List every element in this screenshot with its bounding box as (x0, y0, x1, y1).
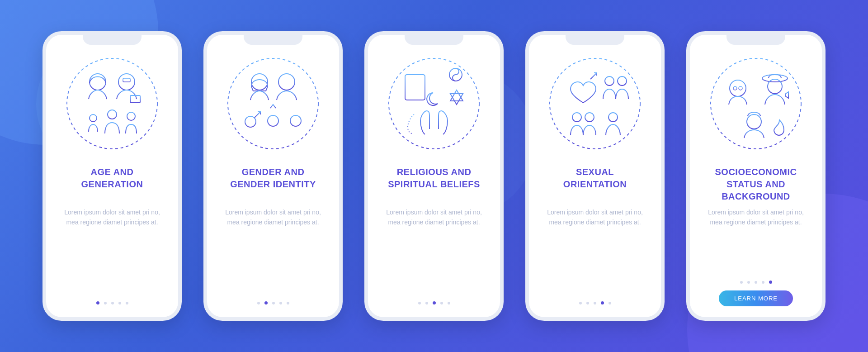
dot-5[interactable] (287, 302, 289, 304)
screen-title: AGE AND GENERATION (79, 166, 146, 204)
dot-2[interactable] (264, 301, 268, 304)
phone-notch (726, 34, 785, 45)
screen-title: GENDER AND GENDER IDENTITY (227, 166, 319, 204)
svg-point-12 (245, 116, 256, 127)
svg-point-42 (762, 75, 788, 82)
svg-point-40 (733, 86, 737, 90)
svg-point-43 (768, 79, 782, 94)
dot-5[interactable] (448, 302, 450, 304)
pagination-dots (257, 301, 289, 304)
svg-point-29 (550, 58, 640, 149)
onboarding-screen-5: SOCIOECONOMIC STATUS AND BACKGROUND Lore… (686, 31, 826, 321)
screen-title: RELIGIOUS AND SPIRITUAL BELIEFS (385, 166, 483, 204)
dot-1[interactable] (257, 302, 260, 304)
onboarding-screen-4: SEXUAL ORIENTATION Lorem ipsum dolor sit… (525, 31, 665, 321)
svg-rect-3 (123, 78, 130, 82)
dot-5[interactable] (126, 302, 128, 304)
screen-description: Lorem ipsum dolor sit amet pri no, mea r… (539, 208, 651, 227)
gender-identity-icon (223, 54, 323, 153)
dot-4[interactable] (118, 302, 121, 304)
svg-rect-4 (130, 95, 140, 103)
phone-notch (244, 34, 302, 45)
dot-5[interactable] (609, 302, 611, 304)
svg-point-1 (90, 74, 106, 90)
learn-more-button[interactable]: LEARN MORE (719, 290, 793, 306)
age-generation-icon (62, 54, 162, 153)
onboarding-screens-row: AGE AND GENERATION Lorem ipsum dolor sit… (42, 31, 826, 321)
dot-4[interactable] (440, 302, 443, 304)
pagination-dots (96, 301, 128, 304)
svg-line-13 (255, 112, 260, 118)
svg-point-41 (739, 86, 742, 90)
svg-point-36 (585, 113, 594, 122)
dot-5[interactable] (769, 281, 772, 284)
svg-point-14 (268, 115, 278, 126)
screen-description: Lorem ipsum dolor sit amet pri no, mea r… (217, 208, 329, 227)
svg-point-39 (730, 80, 746, 96)
svg-point-35 (572, 113, 581, 122)
svg-point-7 (127, 112, 135, 120)
dot-2[interactable] (747, 281, 750, 284)
onboarding-screen-1: AGE AND GENERATION Lorem ipsum dolor sit… (42, 31, 182, 321)
dot-2[interactable] (104, 302, 107, 304)
screen-title: SEXUAL ORIENTATION (561, 166, 629, 204)
dot-1[interactable] (418, 302, 421, 304)
svg-point-44 (747, 114, 761, 129)
dot-2[interactable] (425, 302, 428, 304)
socioeconomic-status-icon (706, 54, 806, 153)
phone-notch (405, 34, 463, 45)
pagination-dots (740, 281, 772, 284)
phone-notch (566, 34, 624, 45)
svg-point-5 (90, 114, 97, 122)
svg-point-9 (228, 58, 318, 149)
svg-point-6 (108, 110, 117, 119)
svg-point-19 (290, 115, 301, 126)
svg-point-38 (711, 58, 801, 149)
dot-3[interactable] (272, 302, 275, 304)
dot-3[interactable] (433, 301, 436, 304)
screen-description: Lorem ipsum dolor sit amet pri no, mea r… (378, 208, 490, 227)
dot-1[interactable] (579, 302, 582, 304)
svg-point-11 (278, 74, 295, 90)
svg-point-33 (605, 76, 614, 86)
dot-3[interactable] (594, 302, 596, 304)
onboarding-screen-2: GENDER AND GENDER IDENTITY Lorem ipsum d… (203, 31, 343, 321)
pagination-dots (579, 301, 611, 304)
svg-point-34 (618, 76, 627, 86)
onboarding-screen-3: RELIGIOUS AND SPIRITUAL BELIEFS Lorem ip… (364, 31, 504, 321)
dot-2[interactable] (586, 302, 589, 304)
dot-4[interactable] (279, 302, 282, 304)
religious-beliefs-icon (384, 54, 484, 153)
dot-3[interactable] (755, 281, 757, 284)
svg-point-0 (67, 58, 157, 149)
sexual-orientation-icon (545, 54, 645, 153)
svg-line-30 (590, 73, 597, 79)
pagination-dots (418, 301, 450, 304)
phone-notch (83, 34, 142, 45)
dot-4[interactable] (762, 281, 764, 284)
dot-4[interactable] (601, 301, 604, 304)
svg-point-37 (609, 113, 618, 122)
dot-1[interactable] (740, 281, 743, 284)
dot-3[interactable] (111, 302, 114, 304)
screen-description: Lorem ipsum dolor sit amet pri no, mea r… (56, 208, 168, 227)
dot-1[interactable] (96, 301, 99, 304)
screen-title: SOCIOECONOMIC STATUS AND BACKGROUND (712, 166, 800, 204)
screen-description: Lorem ipsum dolor sit amet pri no, mea r… (700, 208, 812, 227)
